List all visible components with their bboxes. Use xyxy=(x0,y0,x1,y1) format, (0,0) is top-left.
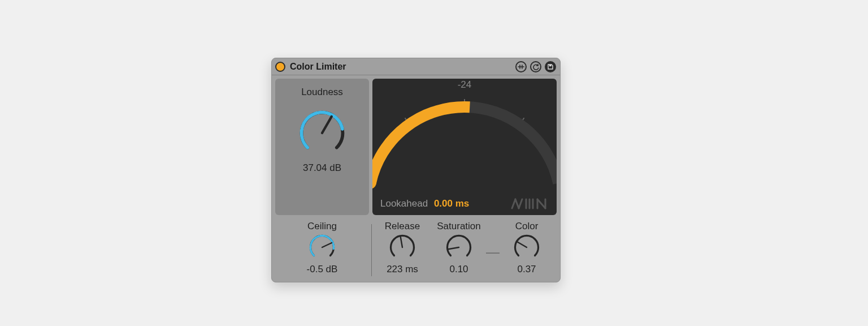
ceiling-label: Ceiling xyxy=(307,221,337,232)
svg-line-1 xyxy=(322,117,332,133)
release-knob[interactable] xyxy=(387,232,418,263)
title-bar: Color Limiter xyxy=(272,58,560,75)
svg-rect-0 xyxy=(549,65,552,66)
save-preset-icon[interactable] xyxy=(545,61,556,72)
loudness-knob[interactable] xyxy=(295,106,349,160)
device-title: Color Limiter xyxy=(290,62,515,72)
device-panel: Color Limiter Loudness 37.04 dB 0-24-48 xyxy=(271,58,561,282)
randomize-icon[interactable] xyxy=(530,61,541,72)
color-knob[interactable] xyxy=(511,232,542,263)
svg-line-12 xyxy=(519,199,522,208)
svg-line-19 xyxy=(322,243,332,247)
color-value: 0.37 xyxy=(517,264,536,275)
divider xyxy=(371,224,372,276)
gauge-arc: 0-24-48 xyxy=(372,79,557,192)
saturation-knob[interactable] xyxy=(444,232,474,263)
saturation-label: Saturation xyxy=(437,221,481,232)
svg-line-10 xyxy=(512,199,515,208)
svg-line-20 xyxy=(401,237,402,247)
svg-line-22 xyxy=(518,242,527,247)
link-indicator-icon: — xyxy=(486,226,500,277)
device-on-toggle[interactable] xyxy=(275,62,285,72)
ceiling-knob[interactable] xyxy=(307,232,337,263)
loudness-value: 37.04 dB xyxy=(303,162,341,174)
release-value: 223 ms xyxy=(387,264,418,275)
saturation-value: 0.10 xyxy=(449,264,468,275)
loudness-label: Loudness xyxy=(301,87,343,98)
color-label: Color xyxy=(515,221,539,232)
svg-line-11 xyxy=(515,199,519,208)
brand-logo xyxy=(510,197,550,211)
lookahead-value[interactable]: 0.00 ms xyxy=(434,198,469,209)
controls-row: Ceiling -0.5 dB Release 223 ms Saturatio… xyxy=(272,215,560,282)
lookahead-label: Lookahead xyxy=(380,198,428,209)
reduction-meter: 0-24-48 Lookahead 0.00 ms xyxy=(372,79,557,215)
svg-line-21 xyxy=(448,247,459,249)
collapse-icon[interactable] xyxy=(515,61,527,72)
svg-line-17 xyxy=(537,199,545,208)
lookahead-readout: Lookahead 0.00 ms xyxy=(380,198,469,209)
loudness-section: Loudness 37.04 dB xyxy=(275,79,369,215)
release-label: Release xyxy=(385,221,420,232)
svg-text:-24: -24 xyxy=(458,79,472,90)
ceiling-value: -0.5 dB xyxy=(307,264,338,275)
